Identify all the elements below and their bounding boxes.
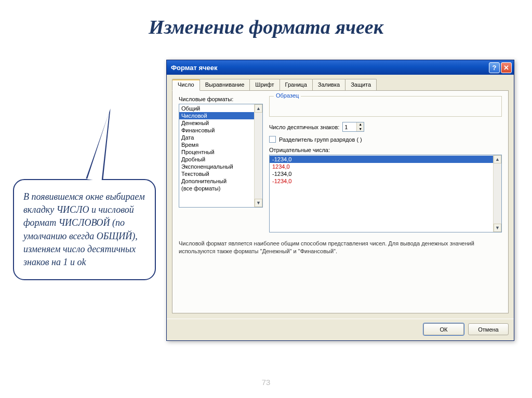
negative-item[interactable]: -1234,0 [270,177,501,185]
format-list[interactable]: ОбщийЧисловойДенежныйФинансовыйДатаВремя… [179,104,263,208]
format-item[interactable]: Финансовый [179,127,262,134]
tab-alignment[interactable]: Выравнивание [200,79,250,90]
tab-panel-number: Числовые форматы: ОбщийЧисловойДенежныйФ… [172,90,509,313]
page-number: 73 [0,378,532,387]
dialog-body: Число Выравнивание Шрифт Граница Заливка… [167,75,514,319]
tab-border[interactable]: Граница [280,79,313,90]
separator-label: Разделитель групп разрядов ( ) [279,136,362,143]
format-item[interactable]: Числовой [179,112,262,119]
slide-title: Изменение формата ячеек [0,0,532,48]
format-item[interactable]: Дата [179,134,262,141]
help-button[interactable]: ? [489,62,500,73]
format-cells-dialog: Формат ячеек ? ✕ Число Выравнивание Шриф… [166,60,514,341]
decimals-label: Число десятичных знаков: [269,124,339,130]
dialog-footer: ОК Отмена [167,319,514,340]
scrollbar[interactable]: ▲ ▼ [254,104,262,207]
tabs: Число Выравнивание Шрифт Граница Заливка… [172,79,509,90]
negative-item[interactable]: -1234,0 [270,170,501,177]
neg-scrollbar[interactable]: ▲ ▼ [493,155,501,232]
scroll-down-icon[interactable]: ▼ [494,224,501,232]
spin-down-icon[interactable]: ▼ [357,127,364,132]
ok-button[interactable]: ОК [423,323,464,335]
dialog-title: Формат ячеек [171,64,488,72]
decimals-input[interactable] [343,122,356,131]
tab-number[interactable]: Число [172,79,200,91]
scroll-up-icon[interactable]: ▲ [255,104,262,113]
spin-up-icon[interactable]: ▲ [357,122,364,127]
format-item[interactable]: (все форматы) [179,185,262,192]
separator-checkbox[interactable] [269,136,276,143]
close-icon: ✕ [503,64,509,72]
format-item[interactable]: Общий [179,105,262,112]
callout: В появившемся окне выбираем вкладку ЧИСЛ… [13,179,156,280]
format-item[interactable]: Денежный [179,119,262,127]
negative-item[interactable]: 1234,0 [270,163,501,170]
negatives-label: Отрицательные числа: [269,147,502,153]
tab-protection[interactable]: Защита [345,79,377,90]
format-item[interactable]: Дополнительный [179,177,262,185]
format-item[interactable]: Дробный [179,156,262,163]
titlebar[interactable]: Формат ячеек ? ✕ [167,60,514,75]
tab-font[interactable]: Шрифт [249,79,280,90]
negative-item[interactable]: -1234,0 [270,156,501,163]
close-button[interactable]: ✕ [501,62,512,73]
negative-numbers-list[interactable]: -1234,01234,0-1234,0-1234,0 ▲ ▼ [269,155,502,232]
sample-fieldset: Образец [269,96,502,117]
format-item[interactable]: Экспоненциальный [179,163,262,170]
formats-label: Числовые форматы: [179,96,263,102]
format-item[interactable]: Текстовый [179,170,262,177]
callout-text: В появившемся окне выбираем вкладку ЧИСЛ… [13,179,156,280]
format-item[interactable]: Время [179,141,262,148]
format-description: Числовой формат является наиболее общим … [179,240,502,255]
tab-fill[interactable]: Заливка [312,79,345,90]
sample-legend: Образец [274,92,301,99]
decimals-spinner[interactable]: ▲ ▼ [342,122,364,132]
format-item[interactable]: Процентный [179,148,262,156]
scroll-up-icon[interactable]: ▲ [494,155,501,163]
scroll-down-icon[interactable]: ▼ [255,199,262,207]
cancel-button[interactable]: Отмена [468,323,509,335]
